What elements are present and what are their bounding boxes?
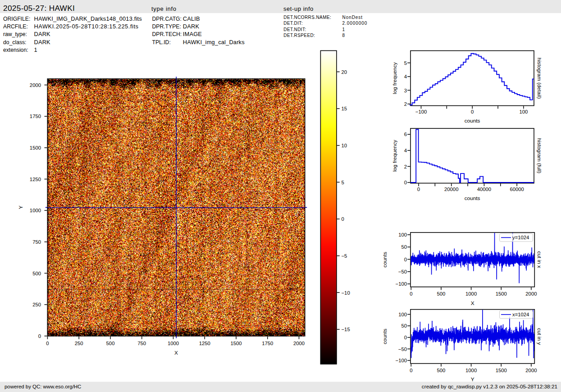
svg-text:−50: −50 xyxy=(398,269,407,274)
svg-text:8: 8 xyxy=(342,33,346,38)
svg-text:2000: 2000 xyxy=(293,341,305,346)
svg-text:0: 0 xyxy=(404,335,407,340)
svg-text:750: 750 xyxy=(137,341,146,346)
svg-text:ORIGFILE:: ORIGFILE: xyxy=(3,16,30,22)
svg-text:DET.NDIT:: DET.NDIT: xyxy=(283,27,306,32)
svg-text:cut in x: cut in x xyxy=(536,251,543,268)
svg-text:−100: −100 xyxy=(415,109,427,114)
svg-text:20: 20 xyxy=(342,69,347,75)
svg-text:1500: 1500 xyxy=(30,145,41,150)
svg-text:set-up info: set-up info xyxy=(283,5,314,12)
svg-text:type info: type info xyxy=(151,5,177,12)
svg-text:500: 500 xyxy=(437,368,445,373)
svg-text:1: 1 xyxy=(34,46,37,53)
svg-text:created by qc_rawdisp.py v1.2.: created by qc_rawdisp.py v1.2.3 on 2025-… xyxy=(422,383,557,389)
svg-text:4: 4 xyxy=(404,74,407,79)
svg-text:0: 0 xyxy=(410,291,412,296)
svg-text:1500: 1500 xyxy=(230,341,242,346)
svg-text:DET.DIT:: DET.DIT: xyxy=(283,21,303,26)
svg-text:1000: 1000 xyxy=(465,291,477,296)
svg-text:5: 5 xyxy=(342,180,344,185)
svg-text:powered by QC: www.eso.org/HC: powered by QC: www.eso.org/HC xyxy=(5,384,81,389)
svg-text:2: 2 xyxy=(404,164,407,169)
svg-text:50: 50 xyxy=(401,323,407,328)
svg-text:500: 500 xyxy=(106,341,115,346)
svg-text:2.0000000: 2.0000000 xyxy=(342,21,368,26)
svg-text:0: 0 xyxy=(46,341,49,346)
svg-text:1000: 1000 xyxy=(465,368,477,373)
svg-text:DARK: DARK xyxy=(34,31,51,37)
svg-text:log frequency: log frequency xyxy=(392,62,398,94)
svg-text:−5: −5 xyxy=(342,253,347,259)
svg-text:DARK: DARK xyxy=(183,23,200,30)
svg-text:counts: counts xyxy=(382,252,388,268)
svg-text:0: 0 xyxy=(38,333,41,339)
svg-text:250: 250 xyxy=(75,341,83,346)
svg-text:15: 15 xyxy=(342,106,347,111)
svg-text:0: 0 xyxy=(410,368,412,373)
svg-text:counts: counts xyxy=(465,118,480,124)
svg-text:HAWKI.2025-05-28T10:28:15.225.: HAWKI.2025-05-28T10:28:15.225.fits xyxy=(34,23,139,30)
svg-text:counts: counts xyxy=(382,328,388,344)
svg-text:40000: 40000 xyxy=(477,187,491,192)
svg-text:6: 6 xyxy=(404,132,407,137)
svg-text:2000: 2000 xyxy=(525,368,537,373)
svg-text:500: 500 xyxy=(437,291,445,296)
svg-text:X: X xyxy=(471,300,474,306)
svg-text:NonDest: NonDest xyxy=(342,15,363,20)
svg-text:1500: 1500 xyxy=(496,291,507,296)
svg-text:1: 1 xyxy=(342,27,346,32)
svg-text:Y: Y xyxy=(18,205,24,209)
svg-text:−100: −100 xyxy=(396,358,407,363)
svg-text:100: 100 xyxy=(398,312,407,317)
svg-text:DET.RSPEED:: DET.RSPEED: xyxy=(283,33,315,38)
svg-text:2000: 2000 xyxy=(30,82,41,88)
svg-text:histogram (full): histogram (full) xyxy=(536,138,543,173)
svg-text:DPR.TECH:: DPR.TECH: xyxy=(152,31,182,37)
svg-text:HAWKI_img_cal_Darks: HAWKI_img_cal_Darks xyxy=(183,39,245,46)
svg-text:1500: 1500 xyxy=(496,368,507,373)
svg-text:CALIB: CALIB xyxy=(183,15,200,22)
svg-text:100: 100 xyxy=(519,109,528,114)
svg-text:do_class:: do_class: xyxy=(3,39,27,46)
svg-text:10: 10 xyxy=(342,143,347,148)
svg-text:1750: 1750 xyxy=(262,341,273,346)
svg-text:1250: 1250 xyxy=(30,177,41,182)
svg-text:counts: counts xyxy=(465,195,480,201)
svg-text:X: X xyxy=(174,350,178,356)
svg-text:histogram (detail): histogram (detail) xyxy=(536,58,543,99)
svg-text:raw_type:: raw_type: xyxy=(3,31,27,37)
svg-text:4: 4 xyxy=(404,148,407,153)
svg-text:2025-05-27: HAWKI: 2025-05-27: HAWKI xyxy=(3,4,75,13)
svg-text:0: 0 xyxy=(417,187,420,192)
svg-text:2: 2 xyxy=(404,101,407,107)
svg-text:3: 3 xyxy=(404,88,407,93)
svg-text:2000: 2000 xyxy=(525,291,537,296)
svg-text:0: 0 xyxy=(471,109,474,114)
svg-text:1000: 1000 xyxy=(168,341,179,346)
svg-text:1750: 1750 xyxy=(30,114,41,119)
svg-text:DARK: DARK xyxy=(34,39,51,46)
svg-text:100: 100 xyxy=(398,232,407,237)
svg-text:250: 250 xyxy=(32,302,41,307)
svg-text:DET.NCORRS.NAME:: DET.NCORRS.NAME: xyxy=(283,15,331,20)
svg-text:0: 0 xyxy=(342,216,344,222)
svg-text:ARCFILE:: ARCFILE: xyxy=(3,23,28,30)
svg-text:cut in y: cut in y xyxy=(536,328,543,345)
svg-text:y=1024: y=1024 xyxy=(512,235,529,240)
svg-text:DPR.CATG:: DPR.CATG: xyxy=(152,16,182,22)
svg-text:extension:: extension: xyxy=(3,47,28,53)
svg-text:20000: 20000 xyxy=(444,187,458,192)
svg-text:log frequency: log frequency xyxy=(392,140,398,172)
svg-text:0: 0 xyxy=(404,180,407,185)
svg-text:−100: −100 xyxy=(396,281,407,287)
svg-text:HAWKI_IMG_DARK_Darks148_0013.f: HAWKI_IMG_DARK_Darks148_0013.fits xyxy=(34,15,142,22)
svg-text:−50: −50 xyxy=(398,346,407,352)
svg-text:−10: −10 xyxy=(342,290,350,296)
svg-text:1250: 1250 xyxy=(199,341,210,346)
svg-text:0: 0 xyxy=(404,257,407,262)
svg-text:60000: 60000 xyxy=(510,187,524,192)
svg-text:5: 5 xyxy=(404,60,407,66)
svg-text:x=1024: x=1024 xyxy=(512,312,529,317)
svg-text:1000: 1000 xyxy=(30,208,41,213)
